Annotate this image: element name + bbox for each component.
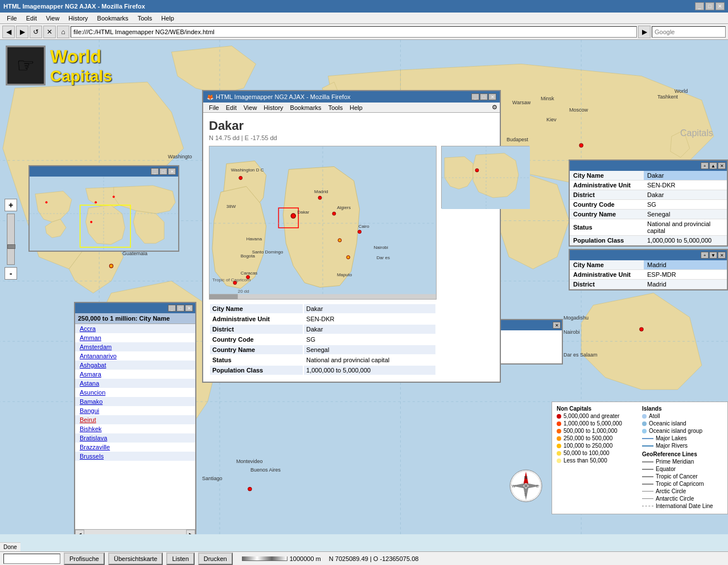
city-item-amman[interactable]: Amman	[75, 333, 195, 342]
legend-line-prime-meridian	[642, 461, 653, 462]
city-item-bishkek[interactable]: Bishkek	[75, 424, 195, 433]
close-button[interactable]: ✕	[715, 2, 725, 10]
popup-settings-icon[interactable]: ⚙	[492, 104, 497, 111]
browser-search-input[interactable]	[652, 26, 726, 38]
city-list-header: 250,000 to 1 million: City Name	[75, 313, 195, 324]
city-list-content[interactable]: Accra Amman Amsterdam Antananarivo Ashga…	[75, 324, 195, 529]
city-item-beirut[interactable]: Beirut	[75, 415, 195, 424]
menu-file[interactable]: File	[2, 15, 22, 22]
scroll-left-arrow[interactable]: ◀	[75, 530, 84, 534]
popup-info-label-district: District	[210, 325, 303, 334]
popup-menu-tools[interactable]: Tools	[325, 104, 347, 111]
city-item-astana[interactable]: Astana	[75, 379, 195, 388]
scale-label: 1000000 m	[290, 555, 321, 562]
panel-dakar-close[interactable]: ✕	[718, 162, 726, 169]
city-item-bratislava[interactable]: Bratislava	[75, 433, 195, 443]
city-list-bottom-scroll[interactable]: ◀ ▶	[75, 529, 195, 534]
popup-close[interactable]: ✕	[488, 93, 496, 100]
svg-text:Algiers: Algiers	[337, 205, 351, 210]
window-controls[interactable]: _ □ ✕	[695, 2, 725, 10]
popup-info-label-adminunit: Administrative Unit	[210, 314, 303, 324]
minimize-button[interactable]: _	[695, 2, 704, 10]
panel-madrid-maximize[interactable]: +	[701, 252, 709, 259]
city-item-antananarivo[interactable]: Antananarivo	[75, 351, 195, 361]
maximize-button[interactable]: □	[705, 2, 714, 10]
popup-menu-history[interactable]: History	[260, 104, 286, 111]
city-item-asuncion[interactable]: Asuncion	[75, 388, 195, 397]
popup-maximize[interactable]: □	[480, 93, 488, 100]
right-panel-area: + ▲ ✕ City Name Dakar Administrative Uni…	[569, 159, 728, 292]
panel-dakar-minimize[interactable]: ▲	[709, 162, 717, 169]
menu-tools[interactable]: Tools	[133, 15, 157, 22]
menu-history[interactable]: History	[64, 15, 92, 22]
city-list-minimize[interactable]: _	[168, 305, 176, 312]
listen-button[interactable]: Listen	[166, 552, 194, 565]
menu-help[interactable]: Help	[157, 15, 179, 22]
city-item-brazzaville[interactable]: Brazzaville	[75, 443, 195, 452]
forward-button[interactable]: ▶	[16, 26, 28, 38]
panel-dakar-maximize[interactable]: +	[701, 162, 709, 169]
zoom-out-button[interactable]: -	[5, 267, 17, 280]
city-list-titlebar-buttons[interactable]: _ □ ✕	[168, 305, 193, 312]
ubersichtskarte-button[interactable]: Übersichtskarte	[108, 552, 163, 565]
zoom-slider[interactable]	[7, 214, 15, 265]
popup-minimize[interactable]: _	[471, 93, 479, 100]
scroll-right-arrow[interactable]: ▶	[186, 530, 195, 534]
panel-madrid-minimize[interactable]: ▼	[709, 252, 717, 259]
mini-map-close[interactable]: ✕	[168, 168, 176, 175]
status-search-input[interactable]	[3, 554, 60, 564]
address-bar[interactable]	[71, 26, 637, 38]
popup-menu-file[interactable]: File	[205, 104, 223, 111]
back-button[interactable]: ◀	[2, 26, 15, 38]
info-panel-dakar-titlebar: + ▲ ✕	[570, 161, 727, 171]
legend-label-oceanic: Oceanic island	[649, 420, 686, 427]
small-popup-close[interactable]: ✕	[553, 322, 561, 329]
city-item-ashgabat[interactable]: Ashgabat	[75, 361, 195, 370]
reload-button[interactable]: ↺	[30, 26, 42, 38]
menu-view[interactable]: View	[42, 15, 64, 22]
mini-map-minimize[interactable]: _	[151, 168, 159, 175]
popup-info-label-popclass: Population Class	[210, 366, 303, 375]
info-label-district-madrid: District	[570, 280, 644, 289]
info-row-countryname-dakar: Country Name Senegal	[570, 210, 727, 219]
city-item-asmara[interactable]: Asmara	[75, 370, 195, 379]
popup-menu-view[interactable]: View	[240, 104, 261, 111]
city-item-bangui[interactable]: Bangui	[75, 406, 195, 415]
popup-menu-bookmarks[interactable]: Bookmarks	[287, 104, 325, 111]
drucken-button[interactable]: Drucken	[198, 552, 233, 565]
menu-bookmarks[interactable]: Bookmarks	[93, 15, 133, 22]
zoom-in-button[interactable]: +	[5, 199, 17, 211]
home-button[interactable]: ⌂	[57, 26, 69, 38]
svg-point-73	[475, 169, 479, 172]
info-row-cityname-dakar: City Name Dakar	[570, 171, 727, 181]
legend-oceanic: Oceanic island	[642, 420, 723, 427]
city-item-bamako[interactable]: Bamako	[75, 397, 195, 406]
popup-titlebar-buttons[interactable]: _ □ ✕	[471, 93, 496, 100]
mini-map-titlebar-buttons[interactable]: _ □ ✕	[151, 168, 176, 175]
scroll-track[interactable]	[84, 530, 186, 534]
popup-info-value-district: Dakar	[304, 325, 435, 334]
menu-edit[interactable]: Edit	[22, 15, 42, 22]
profisuche-button[interactable]: Profisuche	[64, 552, 105, 565]
stop-button[interactable]: ✕	[43, 26, 56, 38]
city-item-amsterdam[interactable]: Amsterdam	[75, 342, 195, 351]
zoom-slider-thumb[interactable]	[7, 244, 15, 249]
city-list-maximize[interactable]: □	[176, 305, 184, 312]
mini-map-maximize[interactable]: □	[159, 168, 167, 175]
legend-label-nc-250k: 250,000 to 500,000	[564, 435, 612, 441]
legend-line-lakes	[642, 438, 653, 439]
popup-info-value-countryname: Senegal	[304, 345, 435, 354]
svg-point-21	[248, 487, 252, 490]
browser-menu-bar: File Edit View History Bookmarks Tools H…	[0, 13, 728, 24]
legend-prime-meridian: Prime Meridian	[642, 458, 723, 465]
city-item-brussels[interactable]: Brussels	[75, 452, 195, 461]
city-item-accra[interactable]: Accra	[75, 324, 195, 333]
panel-madrid-close[interactable]: ✕	[718, 252, 726, 259]
info-panel-madrid-titlebar: + ▼ ✕	[570, 250, 727, 260]
legend-label-lakes: Major Lakes	[656, 435, 686, 441]
popup-menu-help[interactable]: Help	[346, 104, 366, 111]
popup-menu-edit[interactable]: Edit	[223, 104, 240, 111]
city-list-close[interactable]: ✕	[185, 305, 193, 312]
go-button[interactable]: ▶	[638, 26, 651, 38]
compass-svg: N S W E	[509, 469, 543, 503]
